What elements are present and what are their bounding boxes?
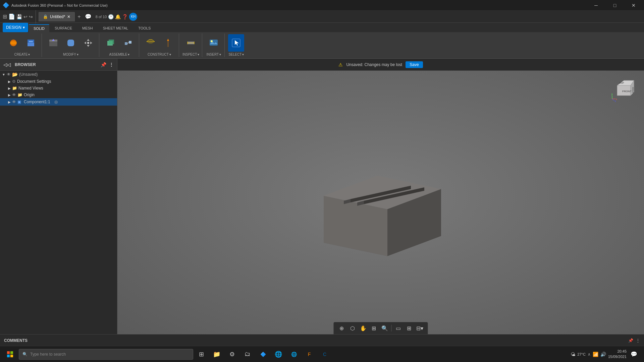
viewcube[interactable]: FRONT TOP RIGHT x y z: [610, 75, 637, 102]
construct-label[interactable]: CONSTRUCT ▾: [148, 53, 171, 57]
more-btn[interactable]: ⊟▾: [415, 323, 425, 333]
create-solid-btn[interactable]: [5, 34, 21, 52]
comp-target-icon[interactable]: ◎: [54, 100, 58, 104]
grid-icon[interactable]: ⊞: [3, 13, 7, 20]
maximize-btn[interactable]: □: [607, 0, 623, 11]
origin-eye-icon[interactable]: 👁: [12, 93, 16, 97]
app3-btn[interactable]: C: [317, 347, 332, 362]
insert-label[interactable]: INSERT ▾: [207, 53, 221, 57]
pan-btn[interactable]: ✋: [359, 323, 368, 333]
dropdown-arrow: ▾: [23, 25, 25, 30]
browser-more-btn[interactable]: ⋮: [109, 62, 114, 67]
assemble-label[interactable]: ASSEMBLE ▾: [109, 53, 130, 57]
viewport[interactable]: ⚠ Unsaved: Changes may be lost Save: [117, 59, 644, 334]
browser-root[interactable]: ▼ 👁 📂 (Unsaved): [0, 71, 117, 78]
settings-btn[interactable]: ⚙: [225, 347, 239, 362]
clock[interactable]: 20:45 15/09/2021: [608, 349, 627, 359]
inspect-label[interactable]: INSPECT ▾: [182, 53, 199, 57]
task-view-btn[interactable]: ⊞: [194, 347, 209, 362]
temperature: 27°C: [577, 352, 586, 356]
svg-rect-2: [28, 43, 34, 46]
browser-named-views[interactable]: ▶ 📁 Named Views: [0, 85, 117, 92]
tab-mesh[interactable]: MESH: [77, 24, 98, 32]
construct-axis-btn[interactable]: [160, 34, 176, 52]
svg-rect-73: [7, 355, 10, 357]
create-label[interactable]: CREATE ▾: [14, 53, 30, 57]
joint-btn[interactable]: [120, 34, 136, 52]
comments-pin-btn[interactable]: 📌: [628, 338, 633, 343]
tab-surface[interactable]: SURFACE: [50, 24, 77, 32]
zoom-btn[interactable]: 🔍: [380, 323, 389, 333]
comp-eye-icon[interactable]: 👁: [12, 100, 16, 104]
file-explorer-btn[interactable]: 📁: [209, 347, 224, 362]
orbit-btn[interactable]: ⊕: [337, 323, 346, 333]
move-btn[interactable]: [80, 34, 96, 52]
network-icon[interactable]: 📶: [593, 352, 598, 357]
display-mode-btn[interactable]: ▭: [394, 323, 403, 333]
browser-pin-btn[interactable]: 📌: [101, 62, 106, 67]
svg-text:RIGHT: RIGHT: [632, 87, 634, 94]
home-btn[interactable]: ⬡: [348, 323, 357, 333]
select-btn[interactable]: [228, 34, 244, 52]
browser-component[interactable]: ▶ 👁 ▣ Component1:1 ◎: [0, 98, 117, 106]
search-bar[interactable]: 🔍 Type here to search: [19, 349, 193, 360]
svg-line-18: [127, 42, 129, 44]
folder-btn[interactable]: 🗂: [240, 347, 255, 362]
browser2-btn[interactable]: 🌐: [286, 347, 301, 362]
grid-toggle-btn[interactable]: ⊞: [405, 323, 414, 333]
ribbon: DESIGN ▾ SOLID SURFACE MESH SHEET METAL …: [0, 23, 644, 59]
chrome-btn[interactable]: 🌐: [271, 347, 286, 362]
browser-collapse-btn[interactable]: ◁◁: [3, 62, 11, 67]
insert-image-btn[interactable]: [206, 34, 222, 52]
file-tab[interactable]: 🔒 Untitled* ✕: [39, 12, 75, 21]
eye-icon[interactable]: 👁: [7, 72, 11, 77]
design-dropdown[interactable]: DESIGN ▾: [3, 23, 28, 32]
minimize-btn[interactable]: ─: [588, 0, 604, 11]
start-button[interactable]: [2, 346, 18, 362]
volume-icon[interactable]: 🔊: [600, 352, 606, 357]
help-icon[interactable]: ❓: [122, 14, 128, 19]
measure-btn[interactable]: [183, 34, 199, 52]
modify-label[interactable]: MODIFY ▾: [63, 53, 78, 57]
user-avatar[interactable]: KH: [129, 13, 137, 21]
select-items: [228, 34, 244, 52]
fit-btn[interactable]: ⊞: [369, 323, 379, 333]
bell-icon[interactable]: 🔔: [115, 14, 121, 19]
svg-text:y: y: [611, 93, 613, 96]
push-pull-btn[interactable]: [45, 34, 61, 52]
tab-solid[interactable]: SOLID: [29, 24, 49, 32]
modify-items: [45, 34, 96, 52]
redo-btn[interactable]: ↪: [29, 14, 33, 19]
close-btn[interactable]: ✕: [626, 0, 641, 11]
model-area: [117, 71, 644, 334]
chat-icon[interactable]: 💬: [85, 13, 92, 20]
svg-text:x: x: [616, 98, 617, 100]
new-component-btn[interactable]: [103, 34, 119, 52]
undo-btn[interactable]: ↩: [23, 14, 28, 19]
ds-label: Document Settings: [17, 79, 51, 84]
tab-sheet-metal[interactable]: SHEET METAL: [98, 24, 133, 32]
app1-btn[interactable]: 🔷: [256, 347, 270, 362]
add-tab-btn[interactable]: +: [77, 14, 80, 20]
app2-btn[interactable]: F: [302, 347, 317, 362]
notification-center-btn[interactable]: 💬: [629, 349, 639, 360]
file-tab-close[interactable]: ✕: [67, 14, 70, 19]
select-label[interactable]: SELECT ▾: [228, 53, 244, 57]
svg-rect-30: [210, 40, 218, 46]
construct-arrow: ▾: [169, 53, 171, 56]
comments-more-btn[interactable]: ⋮: [636, 338, 640, 343]
tray-expand-btn[interactable]: ∧: [588, 352, 591, 357]
extrude-btn[interactable]: [23, 34, 39, 52]
save-button[interactable]: Save: [406, 61, 423, 68]
browser-doc-settings[interactable]: ▶ ⚙ Document Settings: [0, 78, 117, 85]
save-btn-quick[interactable]: 💾: [16, 14, 22, 19]
fillet-btn[interactable]: [63, 34, 79, 52]
browser-origin[interactable]: ▶ 👁 📁 Origin: [0, 92, 117, 98]
lock-icon: 🔒: [43, 14, 48, 19]
title-bar-left: 🔷 Autodesk Fusion 360 (Personal – Not fo…: [3, 2, 108, 8]
new-file-btn[interactable]: 📄: [8, 13, 15, 20]
tab-tools[interactable]: TOOLS: [133, 24, 155, 32]
history-icon[interactable]: 🕐: [108, 14, 114, 19]
construct-plane-btn[interactable]: [143, 34, 159, 52]
create-group: CREATE ▾: [3, 34, 42, 57]
